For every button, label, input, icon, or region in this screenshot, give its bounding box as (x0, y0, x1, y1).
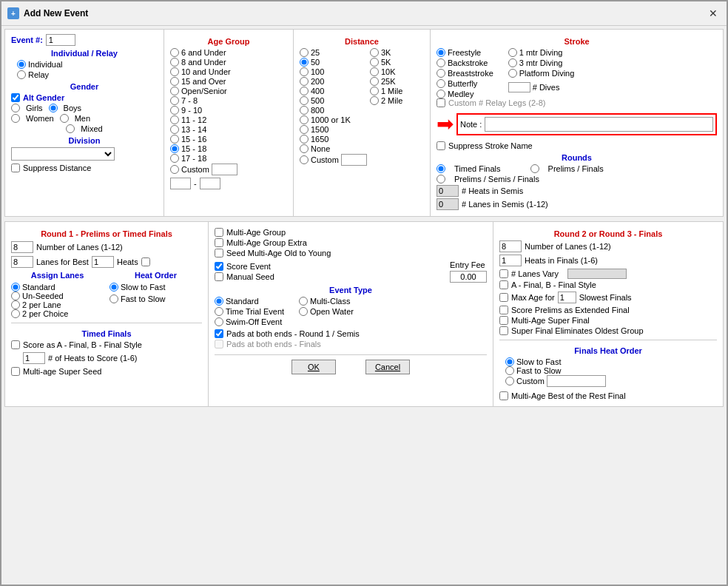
dist-radio-500[interactable] (300, 96, 309, 105)
heats-semis-input[interactable] (437, 185, 459, 197)
women-radio[interactable] (11, 114, 20, 123)
pads-r1-checkbox[interactable] (215, 329, 223, 338)
r2-num-lanes-input[interactable] (499, 240, 522, 252)
open-water-radio[interactable] (299, 307, 308, 316)
age-radio-1[interactable] (170, 58, 179, 67)
event-number-input[interactable] (46, 34, 75, 46)
r2-lanes-vary-checkbox[interactable] (499, 269, 508, 278)
multi-age-super-final-checkbox[interactable] (499, 316, 508, 325)
assign-2perlane-radio[interactable] (11, 300, 20, 309)
dist-radio-none[interactable] (300, 144, 309, 153)
score-as-checkbox[interactable] (11, 340, 20, 349)
dist-radio-100[interactable] (300, 67, 309, 76)
girls-radio[interactable] (11, 104, 20, 112)
freestyle-radio[interactable] (437, 48, 445, 57)
age-range-to[interactable] (200, 178, 220, 189)
3mtr-radio[interactable] (508, 58, 517, 67)
butterfly-radio[interactable] (437, 79, 445, 88)
men-radio[interactable] (60, 114, 69, 123)
round1-heats-checkbox[interactable] (141, 257, 150, 266)
dist-radio-1650[interactable] (300, 135, 309, 144)
age-radio-10[interactable] (170, 144, 179, 153)
dives-input[interactable] (508, 82, 530, 92)
age-radio-4[interactable] (170, 87, 179, 95)
round1-num-lanes-input[interactable] (11, 241, 33, 253)
age-radio-6[interactable] (170, 106, 179, 115)
multi-age-best-checkbox[interactable] (499, 391, 508, 400)
division-select[interactable] (11, 147, 115, 161)
prelims-finals-radio[interactable] (530, 164, 539, 173)
dist-radio-400[interactable] (300, 87, 309, 95)
dist-radio-10k[interactable] (370, 67, 379, 76)
relay-radio[interactable] (17, 70, 26, 79)
dist-radio-25[interactable] (300, 48, 309, 57)
suppress-distance-checkbox[interactable] (11, 164, 20, 172)
score-prelims-checkbox[interactable] (499, 306, 508, 314)
multi-age-group-extra-checkbox[interactable] (215, 238, 223, 247)
suppress-stroke-checkbox[interactable] (437, 141, 445, 150)
boys-radio[interactable] (49, 104, 58, 112)
manual-seed-checkbox[interactable] (215, 272, 223, 281)
r2-heats-input[interactable] (499, 255, 522, 266)
pads-finals-checkbox[interactable] (215, 340, 223, 348)
age-radio-9[interactable] (170, 135, 179, 144)
age-radio-5[interactable] (170, 96, 179, 105)
assign-2perchoice-radio[interactable] (11, 309, 20, 318)
multi-class-radio[interactable] (299, 297, 308, 306)
multi-age-group-checkbox[interactable] (215, 228, 223, 237)
close-button[interactable]: ✕ (706, 6, 721, 21)
finals-custom-input[interactable] (547, 375, 606, 387)
dist-radio-800[interactable] (300, 106, 309, 115)
age-radio-11[interactable] (170, 154, 179, 163)
age-range-from[interactable] (170, 178, 191, 189)
round1-lanes-best-input[interactable] (11, 256, 33, 268)
ok-button[interactable]: OK (291, 360, 336, 374)
age-radio-8[interactable] (170, 125, 179, 134)
dist-radio-1500[interactable] (300, 125, 309, 134)
age-radio-3[interactable] (170, 77, 179, 86)
age-radio-2[interactable] (170, 67, 179, 76)
mixed-radio[interactable] (66, 124, 75, 133)
age-custom-input[interactable] (212, 164, 237, 175)
dist-radio-25k[interactable] (370, 77, 379, 86)
score-event-checkbox[interactable] (215, 262, 223, 271)
max-age-checkbox[interactable] (499, 293, 508, 302)
breaststroke-radio[interactable] (437, 69, 445, 78)
super-final-eliminates-checkbox[interactable] (499, 326, 508, 335)
dist-custom-input[interactable] (341, 154, 367, 166)
swim-off-radio[interactable] (215, 317, 223, 326)
dist-radio-3k[interactable] (370, 48, 379, 57)
dist-radio-50[interactable] (300, 58, 309, 67)
assign-unseeded-radio[interactable] (11, 292, 20, 300)
dist-radio-5k[interactable] (370, 58, 379, 67)
age-radio-7[interactable] (170, 115, 179, 124)
age-radio-12[interactable] (170, 165, 179, 174)
slow-to-fast-radio[interactable] (109, 283, 118, 292)
1mtr-radio[interactable] (508, 48, 517, 57)
entry-fee-input[interactable] (450, 271, 487, 283)
backstroke-radio[interactable] (437, 58, 445, 67)
fast-to-slow-radio[interactable] (109, 294, 118, 303)
r2-lanes-vary-input[interactable] (567, 269, 627, 279)
seed-multi-age-checkbox[interactable] (215, 249, 223, 257)
alt-gender-checkbox[interactable] (11, 93, 20, 102)
dist-radio-1mile[interactable] (370, 87, 379, 95)
note-input[interactable] (485, 117, 713, 132)
age-radio-0[interactable] (170, 48, 179, 57)
medley-radio[interactable] (437, 90, 445, 98)
standard-event-radio[interactable] (215, 297, 223, 306)
assign-standard-radio[interactable] (11, 283, 20, 292)
prelims-semis-finals-radio[interactable] (437, 175, 445, 183)
cancel-button[interactable]: Cancel (365, 360, 410, 374)
max-age-input[interactable] (558, 292, 576, 303)
multi-age-super-seed-checkbox[interactable] (11, 367, 20, 376)
r2-a-final-checkbox[interactable] (499, 280, 508, 289)
round1-heats-input[interactable] (92, 256, 114, 268)
finals-fast-to-slow-radio[interactable] (505, 366, 514, 375)
dist-radio-2mile[interactable] (370, 96, 379, 105)
time-trial-radio[interactable] (215, 307, 223, 316)
finals-slow-to-fast-radio[interactable] (505, 357, 514, 366)
dist-radio-1000[interactable] (300, 115, 309, 124)
dist-radio-200[interactable] (300, 77, 309, 86)
num-heats-input[interactable] (23, 352, 45, 364)
